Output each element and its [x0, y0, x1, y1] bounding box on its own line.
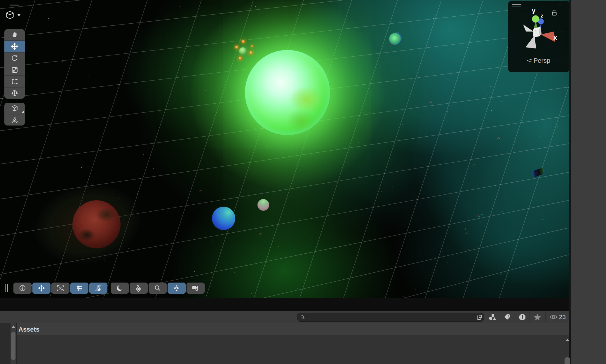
orange-particle — [250, 51, 252, 54]
pan-view-button[interactable] — [32, 283, 50, 294]
chromatic-sparkle — [478, 215, 479, 216]
save-search-button[interactable] — [530, 311, 545, 323]
chromatic-sparkle — [497, 138, 498, 139]
background-star — [273, 264, 273, 265]
assets-grid-area[interactable]: _RecoveryMaterialsResourcesScenesScripts… — [0, 335, 569, 364]
chevron-down-icon — [17, 14, 21, 17]
hand-tool-button[interactable] — [4, 29, 25, 40]
orange-particle — [239, 57, 241, 60]
compass-view-button[interactable] — [13, 283, 32, 294]
chromatic-sparkle — [479, 216, 480, 217]
projection-arrow-icon: < — [527, 57, 532, 65]
rect-tool-button[interactable] — [4, 76, 25, 87]
chromatic-sparkle — [481, 214, 482, 215]
small-gray-planet[interactable] — [257, 199, 269, 211]
scene-tools-button[interactable] — [51, 283, 69, 294]
filter-by-label-button[interactable] — [500, 311, 515, 323]
background-star — [234, 272, 235, 273]
grid-visibility-button[interactable] — [89, 283, 107, 294]
hand-tool-icon — [11, 31, 18, 38]
assets-header-row[interactable]: Assets — [0, 323, 569, 335]
view-options-dropdown[interactable] — [5, 9, 27, 21]
label-filter-icon — [504, 314, 511, 321]
chromatic-sparkle — [499, 138, 500, 139]
blue-planet[interactable] — [212, 207, 235, 230]
background-star — [526, 126, 526, 127]
chromatic-sparkle — [500, 212, 501, 213]
background-star — [480, 222, 480, 222]
background-star — [557, 126, 558, 127]
open-new-window-icon[interactable] — [476, 314, 483, 321]
background-star — [403, 296, 404, 297]
search-input[interactable] — [307, 314, 476, 320]
background-star — [433, 18, 434, 19]
background-star — [251, 293, 252, 294]
bottom-toolbar-drag-handle[interactable] — [5, 284, 8, 292]
camera-preview-button[interactable] — [187, 283, 205, 294]
chromatic-sparkle — [467, 233, 468, 234]
green-star[interactable] — [245, 50, 330, 135]
custom-tool-button[interactable] — [4, 103, 25, 114]
filter-by-type-button[interactable] — [485, 311, 500, 323]
chromatic-sparkle — [480, 215, 481, 215]
save-search-star-icon — [534, 314, 541, 321]
scroll-up-arrow[interactable] — [11, 325, 15, 328]
filter-by-import-log-button[interactable] — [515, 311, 530, 323]
rect-tool-icon — [11, 78, 18, 85]
chromatic-sparkle — [472, 165, 473, 166]
satellite-sphere[interactable] — [239, 47, 247, 55]
background-star — [174, 245, 174, 246]
hidden-items-toggle[interactable]: 23 — [546, 311, 570, 323]
folder-tree-scrollbar[interactable] — [11, 323, 17, 364]
background-star — [62, 61, 63, 62]
transform-tool-icon — [11, 89, 18, 97]
chromatic-sparkle — [477, 216, 478, 217]
assets-breadcrumb-title: Assets — [18, 326, 39, 333]
teal-planet[interactable] — [389, 33, 401, 45]
toolbar-drag-handle[interactable] — [10, 4, 19, 6]
axis-y-label[interactable]: y — [532, 7, 535, 15]
mesh-probe-tool-icon — [11, 116, 18, 124]
background-star — [194, 271, 195, 272]
zoom-button[interactable] — [149, 283, 167, 294]
lighting-toggle-button[interactable] — [111, 283, 129, 294]
center-gizmo-icon — [173, 284, 180, 292]
unity-editor-window: y z x <Persp — [0, 0, 606, 364]
gizmo-center-button[interactable] — [168, 283, 186, 294]
search-field[interactable] — [297, 313, 484, 322]
transform-tool-button[interactable] — [4, 88, 25, 99]
hidden-items-count: 23 — [559, 314, 566, 321]
tool-settings-button[interactable] — [70, 283, 88, 294]
custom-tools-toolbar — [4, 103, 25, 126]
axis-z-label[interactable]: z — [541, 13, 543, 19]
vertical-scrollbar-thumb[interactable] — [565, 357, 570, 364]
transform-tools-toolbar — [4, 29, 25, 99]
rotate-tool-button[interactable] — [4, 53, 25, 64]
compass-icon — [19, 285, 26, 292]
background-star — [487, 94, 488, 95]
scroll-up-arrow[interactable] — [565, 339, 570, 341]
camera-eye-icon — [191, 284, 200, 292]
rotate-tool-icon — [11, 54, 18, 62]
background-star — [447, 112, 448, 112]
orange-particle — [251, 45, 253, 47]
effects-toggle-button[interactable] — [130, 283, 148, 294]
background-star — [500, 274, 501, 275]
red-planet[interactable] — [72, 200, 121, 248]
scale-tool-icon — [11, 66, 18, 74]
scene-viewport[interactable]: y z x <Persp — [0, 0, 569, 298]
project-panel-header-strip — [0, 298, 569, 311]
projection-toggle[interactable]: <Persp — [508, 57, 569, 65]
projection-label: Persp — [534, 57, 550, 64]
move-tool-button[interactable] — [4, 41, 25, 52]
background-star — [415, 289, 416, 290]
vertical-scrollbar-thumb[interactable] — [11, 332, 15, 360]
pan-arrows-icon — [38, 284, 45, 292]
axis-x-label[interactable]: x — [553, 34, 557, 41]
tool-dropdown-corner — [22, 111, 24, 113]
background-star — [465, 229, 466, 229]
background-star — [486, 109, 487, 109]
scale-tool-button[interactable] — [4, 64, 25, 75]
right-empty-gutter — [571, 0, 606, 364]
mesh-probe-tool-button[interactable] — [4, 114, 25, 126]
